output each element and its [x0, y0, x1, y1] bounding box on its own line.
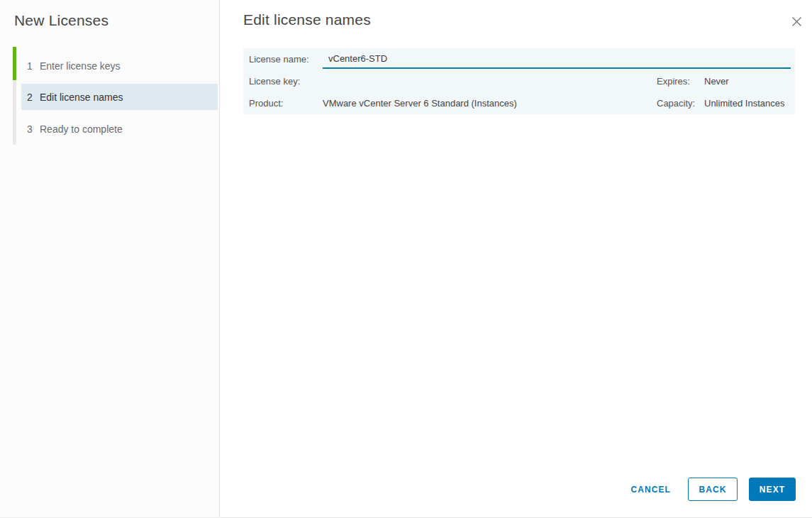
back-button[interactable]: BACK — [688, 478, 738, 501]
step-completed-indicator — [13, 47, 16, 80]
license-name-row: License name: — [249, 48, 791, 70]
license-details-panel: License name: License key: Expires: Neve… — [243, 48, 795, 114]
cancel-button[interactable]: CANCEL — [630, 478, 671, 501]
expires-label: Expires: — [657, 76, 704, 87]
capacity-label: Capacity: — [657, 98, 704, 109]
product-value: VMware vCenter Server 6 Standard (Instan… — [323, 98, 657, 109]
sidebar-step-ready-to-complete[interactable]: 3 Ready to complete — [21, 116, 218, 142]
steps-progress-track — [13, 47, 16, 145]
next-button[interactable]: NEXT — [749, 478, 796, 501]
wizard-footer-actions: CANCEL BACK NEXT — [630, 478, 796, 501]
capacity-value: Unlimited Instances — [704, 98, 791, 109]
license-name-label: License name: — [249, 54, 323, 65]
step-label: Enter license keys — [40, 60, 121, 72]
close-button[interactable] — [789, 14, 803, 28]
sidebar-step-edit-license-names[interactable]: 2 Edit license names — [21, 84, 218, 110]
step-label: Edit license names — [40, 92, 123, 103]
wizard-title: New Licenses — [14, 12, 109, 29]
license-key-row: License key: Expires: Never — [249, 70, 791, 92]
license-name-input[interactable] — [323, 52, 791, 69]
expires-value: Never — [704, 76, 791, 87]
step-number: 3 — [27, 123, 40, 135]
close-icon — [791, 16, 802, 27]
product-label: Product: — [249, 98, 323, 109]
step-number: 1 — [27, 60, 40, 72]
sidebar-step-enter-license-keys[interactable]: 1 Enter license keys — [21, 53, 218, 79]
wizard-sidebar: New Licenses 1 Enter license keys 2 Edit… — [0, 0, 220, 518]
license-key-label: License key: — [249, 76, 323, 87]
step-label: Ready to complete — [40, 123, 123, 135]
product-row: Product: VMware vCenter Server 6 Standar… — [249, 92, 791, 114]
page-title: Edit license names — [243, 11, 371, 28]
step-number: 2 — [27, 92, 40, 103]
